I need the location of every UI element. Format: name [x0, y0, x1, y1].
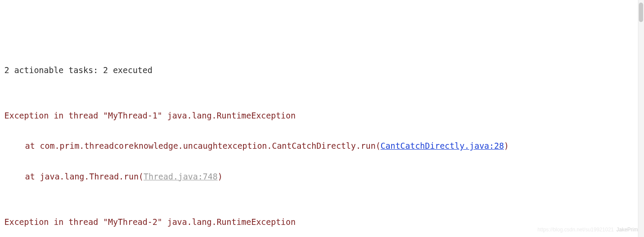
source-link[interactable]: CantCatchDirectly.java:28 [381, 141, 504, 151]
scrollbar-thumb[interactable] [639, 3, 643, 22]
frame-suffix: ) [504, 141, 509, 151]
frame-suffix: ) [218, 172, 222, 181]
source-link[interactable]: Thread.java:748 [144, 172, 218, 181]
stack-frame: at com.prim.threadcoreknowledge.uncaught… [4, 138, 640, 154]
console-header: 2 actionable tasks: 2 executed [4, 63, 640, 78]
watermark-name: JakePrim [616, 227, 638, 233]
stack-frame: at java.lang.Thread.run(Thread.java:748) [4, 169, 640, 184]
scrollbar-track[interactable] [638, 0, 644, 237]
frame-text: at com.prim.threadcoreknowledge.uncaught… [25, 141, 381, 151]
frame-text: at java.lang.Thread.run( [25, 172, 144, 181]
exception-headline: Exception in thread "MyThread-1" java.la… [4, 108, 640, 123]
watermark: https://blog.csdn.net/su19921021JakePrim [537, 225, 638, 234]
watermark-url: https://blog.csdn.net/su19921021 [537, 227, 614, 233]
